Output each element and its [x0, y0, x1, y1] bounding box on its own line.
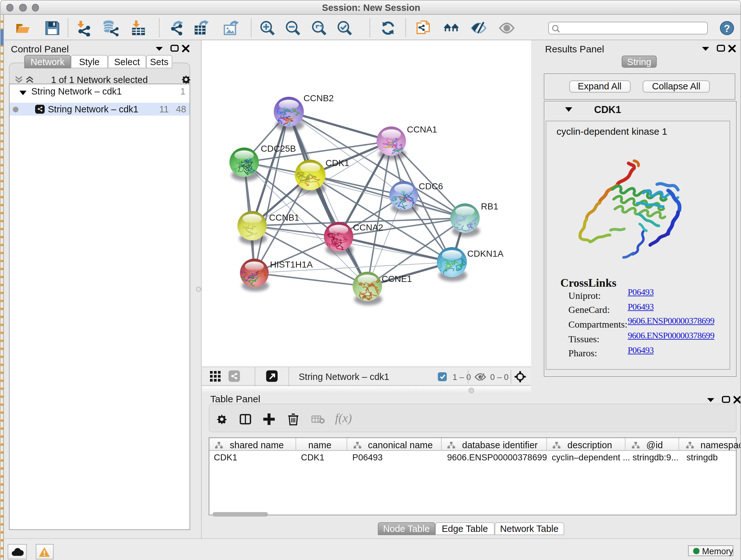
svg-text:RB1: RB1 — [481, 201, 498, 211]
svg-text:CCNE1: CCNE1 — [382, 274, 412, 284]
svg-text:CCNA2: CCNA2 — [353, 223, 383, 233]
svg-text:CCNA1: CCNA1 — [407, 125, 437, 134]
svg-text:CDC25B: CDC25B — [261, 144, 296, 153]
svg-text:CCNB2: CCNB2 — [304, 93, 334, 103]
svg-text:CDKN1A: CDKN1A — [467, 249, 503, 259]
svg-text:HIST1H1A: HIST1H1A — [270, 260, 313, 269]
svg-text:CDC6: CDC6 — [419, 181, 443, 191]
svg-text:CCNB1: CCNB1 — [269, 212, 299, 223]
svg-text:CDK1: CDK1 — [326, 158, 349, 168]
